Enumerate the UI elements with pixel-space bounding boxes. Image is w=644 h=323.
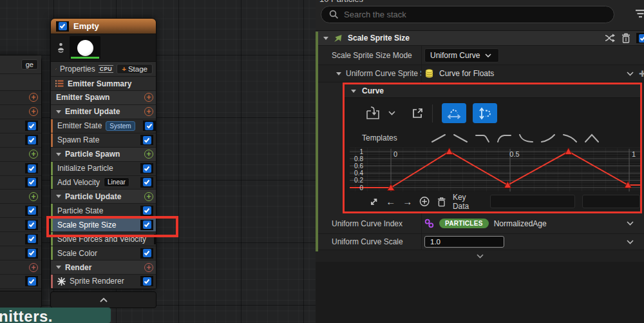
delete-key-icon[interactable]	[437, 197, 446, 207]
emitter-properties-row[interactable]: Properties CPU +Stage	[51, 62, 156, 77]
randomize-icon[interactable]	[605, 33, 616, 43]
emitter-enabled-checkbox[interactable]	[56, 21, 69, 32]
add-stage-button[interactable]: +Stage	[117, 64, 153, 74]
section-emitter-spawn[interactable]: Emitter Spawn+	[51, 91, 156, 105]
module-scale-sprite-size[interactable]: Scale Sprite Size	[51, 218, 156, 232]
enabled-checkbox[interactable]	[25, 121, 38, 131]
collapse-arrow-icon[interactable]	[323, 37, 328, 40]
stack-search-box[interactable]	[321, 6, 614, 23]
enabled-checkbox[interactable]	[25, 276, 38, 286]
chevron-down-icon[interactable]	[627, 221, 634, 226]
fit-vertical-button[interactable]	[473, 103, 497, 123]
add-module-button[interactable]: +	[144, 192, 153, 201]
enabled-checkbox[interactable]	[25, 206, 38, 216]
enabled-checkbox[interactable]	[25, 163, 38, 173]
add-module-button[interactable]: +	[144, 93, 153, 102]
chevron-down-icon[interactable]	[627, 240, 634, 244]
emitter-node-partial[interactable]: ge +++++	[0, 55, 42, 308]
section-render[interactable]: Render+	[51, 260, 156, 275]
module-particle-state[interactable]: Particle State	[51, 204, 156, 218]
partial-node-row[interactable]	[0, 162, 41, 176]
open-external-icon[interactable]	[412, 108, 423, 119]
curve-template-peak-icon[interactable]	[584, 133, 600, 143]
emitter-node-empty[interactable]: Empty Properties	[50, 18, 156, 308]
enabled-checkbox[interactable]	[140, 206, 153, 216]
section-particle-update[interactable]: Particle Update+	[51, 190, 156, 204]
module-emitter-state[interactable]: Emitter StateSystem	[51, 119, 156, 133]
add-module-button[interactable]: +	[144, 263, 153, 272]
enabled-checkbox[interactable]	[25, 248, 38, 259]
stage-button-fragment[interactable]: ge	[21, 59, 38, 70]
enabled-checkbox[interactable]	[25, 177, 38, 188]
emitter-summary-row[interactable]: Emitter Summary	[51, 77, 156, 91]
partial-node-row[interactable]	[0, 133, 41, 148]
module-sprite-renderer[interactable]: Sprite Renderer	[51, 275, 156, 289]
partial-node-row[interactable]	[0, 204, 41, 218]
partial-node-row[interactable]: +	[0, 260, 41, 275]
module-spawn-rate[interactable]: Spawn Rate	[51, 133, 156, 148]
partial-node-row[interactable]: +	[0, 148, 41, 162]
section-particle-spawn[interactable]: Particle Spawn+	[51, 148, 156, 162]
curve-template-hold-drop-icon[interactable]	[475, 133, 490, 143]
filter-icon[interactable]	[635, 9, 644, 19]
collapse-arrow-icon[interactable]	[56, 266, 61, 269]
collapse-arrow-icon[interactable]	[336, 72, 341, 75]
add-key-icon[interactable]	[419, 196, 430, 207]
add-module-button[interactable]: +	[144, 107, 153, 116]
prev-key-button[interactable]: ←	[386, 197, 395, 206]
add-module-button[interactable]: +	[29, 93, 38, 102]
delete-icon[interactable]	[621, 33, 630, 43]
partial-node-row[interactable]: +	[0, 190, 41, 204]
curve-graph[interactable]: 10.80.60.40.2000.51	[350, 148, 640, 191]
partial-node-row[interactable]: +	[0, 91, 41, 105]
enabled-checkbox[interactable]	[140, 276, 153, 286]
collapse-arrow-icon[interactable]	[56, 195, 61, 198]
module-header-scale-sprite-size[interactable]: Scale Sprite Size	[316, 31, 644, 46]
fit-horizontal-button[interactable]	[442, 103, 466, 123]
chevron-down-icon[interactable]	[627, 72, 634, 76]
module-add-velocity[interactable]: Add VelocityLinear	[51, 176, 156, 190]
enabled-checkbox[interactable]	[140, 248, 153, 259]
emitter-thumbnail[interactable]	[70, 36, 100, 59]
add-module-button[interactable]: +	[144, 150, 153, 159]
module-enabled-checkbox[interactable]	[636, 33, 644, 43]
partial-node-row[interactable]	[0, 232, 41, 246]
module-scale-color[interactable]: Scale Color	[51, 246, 156, 260]
add-module-button[interactable]: +	[29, 107, 38, 116]
curve-template-fast-rise-icon[interactable]	[497, 133, 512, 143]
section-emitter-update[interactable]: Emitter Update+	[51, 105, 156, 119]
add-module-button[interactable]: +	[29, 192, 38, 201]
clipped-action-icon[interactable]: ✚	[639, 69, 644, 79]
enabled-checkbox[interactable]	[140, 135, 153, 145]
partial-node-row[interactable]	[0, 246, 41, 260]
collapse-arrow-icon[interactable]	[351, 90, 356, 93]
import-curve-icon[interactable]	[365, 106, 382, 121]
curve-template-ease-fall-icon[interactable]	[562, 133, 578, 143]
enabled-checkbox[interactable]	[140, 177, 153, 188]
module-solve-forces-and-velocity[interactable]: Solve Forces and Velocity	[51, 232, 156, 246]
partial-node-row[interactable]	[0, 119, 41, 133]
enabled-checkbox[interactable]	[25, 135, 38, 145]
partial-node-collapse-button[interactable]	[0, 291, 41, 308]
stack-expand-button[interactable]	[316, 250, 644, 262]
mode-dropdown[interactable]: Uniform Curve	[424, 48, 499, 63]
expand-graph-icon[interactable]	[369, 197, 379, 207]
enabled-checkbox[interactable]	[140, 163, 153, 173]
add-module-button[interactable]: +	[29, 150, 38, 159]
partial-node-row[interactable]	[0, 218, 41, 232]
next-key-button[interactable]: →	[402, 197, 412, 206]
uniform-curve-scale-input[interactable]	[424, 236, 504, 248]
enabled-checkbox[interactable]	[140, 220, 153, 230]
emitter-collapse-button[interactable]	[50, 291, 156, 308]
curve-template-linear-rise-icon[interactable]	[431, 133, 446, 143]
partial-node-row[interactable]	[0, 275, 41, 289]
enabled-checkbox[interactable]	[143, 121, 156, 131]
curve-section-header[interactable]: Curve	[345, 84, 640, 98]
key-value-input[interactable]	[582, 195, 640, 208]
enabled-checkbox[interactable]	[154, 234, 156, 244]
search-input[interactable]	[344, 10, 606, 19]
curve-template-decay-icon[interactable]	[518, 133, 534, 143]
collapse-arrow-icon[interactable]	[56, 153, 61, 156]
partial-node-row[interactable]	[0, 176, 41, 190]
collapse-arrow-icon[interactable]	[56, 110, 61, 113]
